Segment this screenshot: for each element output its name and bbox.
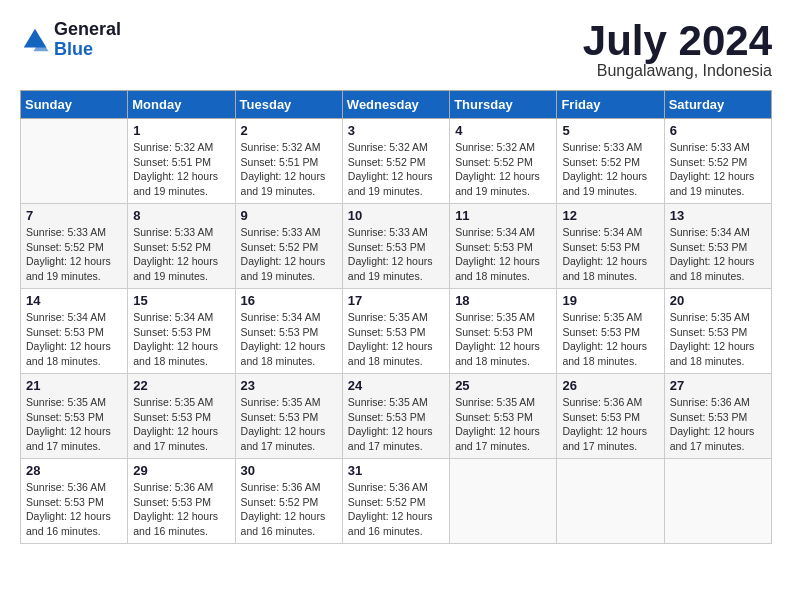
day-info: Sunrise: 5:32 AM Sunset: 5:52 PM Dayligh… — [348, 140, 444, 199]
day-number: 8 — [133, 208, 229, 223]
weekday-header-row: SundayMondayTuesdayWednesdayThursdayFrid… — [21, 91, 772, 119]
day-info: Sunrise: 5:36 AM Sunset: 5:52 PM Dayligh… — [241, 480, 337, 539]
day-info: Sunrise: 5:35 AM Sunset: 5:53 PM Dayligh… — [26, 395, 122, 454]
day-number: 1 — [133, 123, 229, 138]
day-number: 11 — [455, 208, 551, 223]
calendar-cell: 7Sunrise: 5:33 AM Sunset: 5:52 PM Daylig… — [21, 204, 128, 289]
day-number: 22 — [133, 378, 229, 393]
calendar-cell: 26Sunrise: 5:36 AM Sunset: 5:53 PM Dayli… — [557, 374, 664, 459]
day-info: Sunrise: 5:32 AM Sunset: 5:51 PM Dayligh… — [133, 140, 229, 199]
calendar-cell: 25Sunrise: 5:35 AM Sunset: 5:53 PM Dayli… — [450, 374, 557, 459]
day-number: 24 — [348, 378, 444, 393]
day-number: 9 — [241, 208, 337, 223]
day-number: 3 — [348, 123, 444, 138]
day-info: Sunrise: 5:32 AM Sunset: 5:52 PM Dayligh… — [455, 140, 551, 199]
calendar-cell: 2Sunrise: 5:32 AM Sunset: 5:51 PM Daylig… — [235, 119, 342, 204]
logo: General Blue — [20, 20, 121, 60]
day-number: 5 — [562, 123, 658, 138]
day-number: 26 — [562, 378, 658, 393]
calendar-cell — [450, 459, 557, 544]
day-number: 30 — [241, 463, 337, 478]
calendar-cell: 23Sunrise: 5:35 AM Sunset: 5:53 PM Dayli… — [235, 374, 342, 459]
calendar-cell: 27Sunrise: 5:36 AM Sunset: 5:53 PM Dayli… — [664, 374, 771, 459]
calendar-cell: 4Sunrise: 5:32 AM Sunset: 5:52 PM Daylig… — [450, 119, 557, 204]
calendar-cell: 30Sunrise: 5:36 AM Sunset: 5:52 PM Dayli… — [235, 459, 342, 544]
calendar-cell: 19Sunrise: 5:35 AM Sunset: 5:53 PM Dayli… — [557, 289, 664, 374]
weekday-header-friday: Friday — [557, 91, 664, 119]
calendar-cell: 31Sunrise: 5:36 AM Sunset: 5:52 PM Dayli… — [342, 459, 449, 544]
day-number: 6 — [670, 123, 766, 138]
day-number: 25 — [455, 378, 551, 393]
calendar-cell: 29Sunrise: 5:36 AM Sunset: 5:53 PM Dayli… — [128, 459, 235, 544]
calendar-cell: 11Sunrise: 5:34 AM Sunset: 5:53 PM Dayli… — [450, 204, 557, 289]
weekday-header-saturday: Saturday — [664, 91, 771, 119]
day-info: Sunrise: 5:35 AM Sunset: 5:53 PM Dayligh… — [241, 395, 337, 454]
day-number: 23 — [241, 378, 337, 393]
day-info: Sunrise: 5:34 AM Sunset: 5:53 PM Dayligh… — [455, 225, 551, 284]
calendar-cell: 14Sunrise: 5:34 AM Sunset: 5:53 PM Dayli… — [21, 289, 128, 374]
day-info: Sunrise: 5:34 AM Sunset: 5:53 PM Dayligh… — [26, 310, 122, 369]
weekday-header-thursday: Thursday — [450, 91, 557, 119]
day-info: Sunrise: 5:34 AM Sunset: 5:53 PM Dayligh… — [670, 225, 766, 284]
day-info: Sunrise: 5:36 AM Sunset: 5:52 PM Dayligh… — [348, 480, 444, 539]
calendar-cell: 8Sunrise: 5:33 AM Sunset: 5:52 PM Daylig… — [128, 204, 235, 289]
day-number: 2 — [241, 123, 337, 138]
calendar-cell: 22Sunrise: 5:35 AM Sunset: 5:53 PM Dayli… — [128, 374, 235, 459]
day-info: Sunrise: 5:33 AM Sunset: 5:53 PM Dayligh… — [348, 225, 444, 284]
day-info: Sunrise: 5:35 AM Sunset: 5:53 PM Dayligh… — [455, 310, 551, 369]
location: Bungalawang, Indonesia — [583, 62, 772, 80]
weekday-header-sunday: Sunday — [21, 91, 128, 119]
day-number: 18 — [455, 293, 551, 308]
calendar-cell: 28Sunrise: 5:36 AM Sunset: 5:53 PM Dayli… — [21, 459, 128, 544]
weekday-header-monday: Monday — [128, 91, 235, 119]
day-number: 4 — [455, 123, 551, 138]
day-number: 20 — [670, 293, 766, 308]
day-info: Sunrise: 5:35 AM Sunset: 5:53 PM Dayligh… — [670, 310, 766, 369]
day-number: 15 — [133, 293, 229, 308]
weekday-header-wednesday: Wednesday — [342, 91, 449, 119]
calendar-week-row: 1Sunrise: 5:32 AM Sunset: 5:51 PM Daylig… — [21, 119, 772, 204]
day-info: Sunrise: 5:33 AM Sunset: 5:52 PM Dayligh… — [133, 225, 229, 284]
day-info: Sunrise: 5:33 AM Sunset: 5:52 PM Dayligh… — [562, 140, 658, 199]
day-info: Sunrise: 5:36 AM Sunset: 5:53 PM Dayligh… — [562, 395, 658, 454]
calendar-cell: 16Sunrise: 5:34 AM Sunset: 5:53 PM Dayli… — [235, 289, 342, 374]
day-number: 13 — [670, 208, 766, 223]
calendar-week-row: 21Sunrise: 5:35 AM Sunset: 5:53 PM Dayli… — [21, 374, 772, 459]
day-number: 27 — [670, 378, 766, 393]
calendar-cell: 24Sunrise: 5:35 AM Sunset: 5:53 PM Dayli… — [342, 374, 449, 459]
calendar-cell: 15Sunrise: 5:34 AM Sunset: 5:53 PM Dayli… — [128, 289, 235, 374]
calendar-cell: 20Sunrise: 5:35 AM Sunset: 5:53 PM Dayli… — [664, 289, 771, 374]
calendar-week-row: 28Sunrise: 5:36 AM Sunset: 5:53 PM Dayli… — [21, 459, 772, 544]
day-number: 16 — [241, 293, 337, 308]
day-number: 31 — [348, 463, 444, 478]
day-info: Sunrise: 5:35 AM Sunset: 5:53 PM Dayligh… — [348, 395, 444, 454]
calendar-cell: 6Sunrise: 5:33 AM Sunset: 5:52 PM Daylig… — [664, 119, 771, 204]
calendar-cell: 12Sunrise: 5:34 AM Sunset: 5:53 PM Dayli… — [557, 204, 664, 289]
day-info: Sunrise: 5:33 AM Sunset: 5:52 PM Dayligh… — [241, 225, 337, 284]
day-info: Sunrise: 5:36 AM Sunset: 5:53 PM Dayligh… — [133, 480, 229, 539]
calendar-cell: 10Sunrise: 5:33 AM Sunset: 5:53 PM Dayli… — [342, 204, 449, 289]
title-block: July 2024 Bungalawang, Indonesia — [583, 20, 772, 80]
calendar-cell — [21, 119, 128, 204]
day-number: 7 — [26, 208, 122, 223]
month-title: July 2024 — [583, 20, 772, 62]
page-header: General Blue July 2024 Bungalawang, Indo… — [20, 20, 772, 80]
day-number: 28 — [26, 463, 122, 478]
calendar-cell: 18Sunrise: 5:35 AM Sunset: 5:53 PM Dayli… — [450, 289, 557, 374]
day-info: Sunrise: 5:34 AM Sunset: 5:53 PM Dayligh… — [562, 225, 658, 284]
calendar-cell: 21Sunrise: 5:35 AM Sunset: 5:53 PM Dayli… — [21, 374, 128, 459]
day-info: Sunrise: 5:35 AM Sunset: 5:53 PM Dayligh… — [348, 310, 444, 369]
calendar-cell: 1Sunrise: 5:32 AM Sunset: 5:51 PM Daylig… — [128, 119, 235, 204]
logo-icon — [20, 25, 50, 55]
day-info: Sunrise: 5:35 AM Sunset: 5:53 PM Dayligh… — [455, 395, 551, 454]
day-info: Sunrise: 5:33 AM Sunset: 5:52 PM Dayligh… — [26, 225, 122, 284]
day-number: 21 — [26, 378, 122, 393]
day-number: 12 — [562, 208, 658, 223]
calendar-cell — [664, 459, 771, 544]
calendar-cell: 5Sunrise: 5:33 AM Sunset: 5:52 PM Daylig… — [557, 119, 664, 204]
day-info: Sunrise: 5:35 AM Sunset: 5:53 PM Dayligh… — [133, 395, 229, 454]
calendar-cell: 13Sunrise: 5:34 AM Sunset: 5:53 PM Dayli… — [664, 204, 771, 289]
calendar-cell: 3Sunrise: 5:32 AM Sunset: 5:52 PM Daylig… — [342, 119, 449, 204]
day-info: Sunrise: 5:34 AM Sunset: 5:53 PM Dayligh… — [241, 310, 337, 369]
day-number: 14 — [26, 293, 122, 308]
